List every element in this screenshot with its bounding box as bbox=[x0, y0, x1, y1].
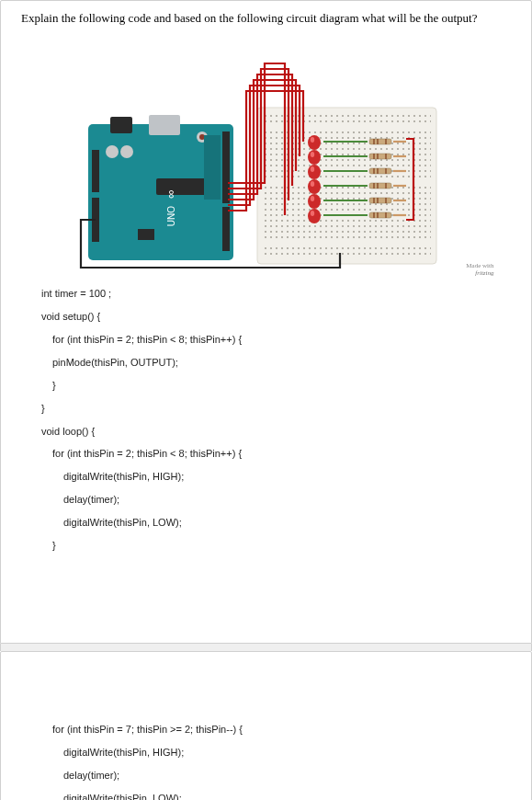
arduino-infinity: ∞ bbox=[164, 190, 177, 199]
code-line: int timer = 100 ; bbox=[41, 284, 511, 303]
svg-point-24 bbox=[308, 165, 321, 179]
svg-point-28 bbox=[308, 194, 321, 209]
page-2: for (int thisPin = 7; thisPin >= 2; this… bbox=[0, 651, 532, 800]
code-line: for (int thisPin = 2; thisPin < 8; thisP… bbox=[41, 330, 511, 349]
svg-rect-8 bbox=[110, 117, 132, 133]
svg-rect-33 bbox=[369, 154, 391, 159]
code-line: void setup() { bbox=[41, 307, 511, 326]
svg-point-18 bbox=[120, 145, 133, 158]
circuit-svg: ∞ UNO bbox=[64, 36, 469, 275]
code-block-1: int timer = 100 ; void setup() { for (in… bbox=[21, 284, 511, 555]
svg-point-20 bbox=[308, 135, 321, 150]
svg-rect-32 bbox=[369, 139, 391, 144]
code-line: void loop() { bbox=[41, 422, 511, 441]
svg-rect-36 bbox=[369, 198, 391, 203]
svg-rect-19 bbox=[204, 135, 221, 200]
circuit-diagram-wrap: ∞ UNO bbox=[21, 36, 511, 275]
code-line: for (int thisPin = 2; thisPin < 8; thisP… bbox=[41, 444, 511, 463]
code-line: for (int thisPin = 7; thisPin >= 2; this… bbox=[41, 720, 511, 739]
arduino-board: ∞ UNO bbox=[88, 115, 233, 260]
arduino-uno-label: UNO bbox=[166, 206, 176, 226]
credit-tool: fritzing bbox=[475, 269, 493, 277]
svg-rect-37 bbox=[369, 212, 391, 218]
svg-point-21 bbox=[310, 137, 313, 143]
code-block-2: for (int thisPin = 7; thisPin >= 2; this… bbox=[21, 720, 511, 800]
diagram-credit: Made with fritzing bbox=[466, 263, 493, 277]
code-line: digitalWrite(thisPin, HIGH); bbox=[41, 743, 511, 762]
svg-point-22 bbox=[308, 150, 321, 165]
code-line: } bbox=[41, 399, 511, 418]
svg-rect-35 bbox=[369, 183, 391, 189]
question-text: Explain the following code and based on … bbox=[21, 10, 511, 27]
svg-point-23 bbox=[310, 152, 313, 157]
svg-point-17 bbox=[106, 145, 119, 158]
svg-rect-15 bbox=[92, 150, 99, 192]
svg-point-26 bbox=[308, 179, 321, 194]
code-line: digitalWrite(thisPin, LOW); bbox=[41, 789, 511, 800]
svg-rect-5 bbox=[263, 246, 431, 258]
page-1: Explain the following code and based on … bbox=[0, 0, 532, 644]
svg-rect-12 bbox=[138, 229, 154, 240]
code-line: digitalWrite(thisPin, HIGH); bbox=[41, 467, 511, 486]
svg-point-27 bbox=[310, 181, 313, 187]
page-gap bbox=[0, 644, 532, 651]
code-line: delay(timer); bbox=[41, 490, 511, 509]
svg-rect-13 bbox=[222, 131, 230, 203]
svg-point-29 bbox=[310, 196, 313, 201]
code-line: pinMode(thisPin, OUTPUT); bbox=[41, 353, 511, 372]
svg-rect-14 bbox=[222, 207, 230, 251]
code-line: digitalWrite(thisPin, LOW); bbox=[41, 513, 511, 532]
svg-point-30 bbox=[308, 209, 321, 223]
code-line: } bbox=[41, 376, 511, 395]
circuit-diagram: ∞ UNO bbox=[64, 36, 469, 275]
svg-rect-34 bbox=[369, 168, 391, 174]
svg-point-25 bbox=[310, 166, 313, 172]
code-line: delay(timer); bbox=[41, 766, 511, 785]
svg-rect-7 bbox=[149, 115, 180, 135]
code-line: } bbox=[41, 536, 511, 555]
svg-point-31 bbox=[310, 211, 313, 216]
